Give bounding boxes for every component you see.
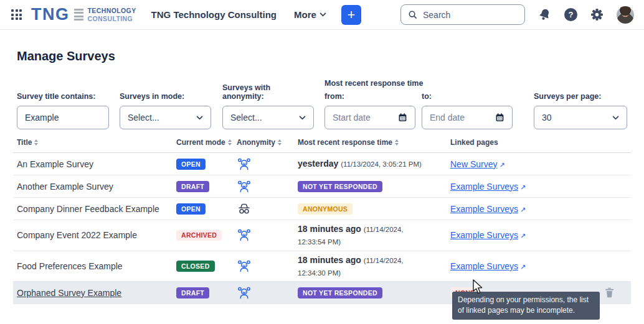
search-icon	[408, 10, 417, 19]
mode-badge: DRAFT	[176, 287, 209, 299]
survey-title[interactable]: Company Event 2022 Example	[17, 230, 176, 240]
sort-icon[interactable]	[228, 139, 232, 146]
response-time-cell: 18 minutes ago (11/14/2024, 12:34:30 PM)	[298, 251, 450, 282]
filter-per-page: Surveys per page: 30	[534, 92, 627, 129]
page-title: Manage Surveys	[17, 49, 627, 63]
group-icon	[237, 228, 252, 243]
chevron-down-icon	[612, 116, 619, 120]
external-link-icon: ↗	[520, 263, 526, 271]
chevron-down-icon	[299, 116, 306, 120]
linked-page-link[interactable]: New Survey	[450, 159, 497, 169]
start-date-field[interactable]	[324, 106, 415, 129]
nav-company-link[interactable]: TNG Technology Consulting	[151, 9, 277, 20]
external-link-icon: ↗	[520, 232, 526, 239]
from-label: from:	[324, 92, 415, 101]
col-response-time[interactable]: Most recent response time	[298, 138, 450, 147]
linked-pages-cell: Example Surveys↗	[450, 230, 605, 240]
response-time-cell: ANONYMOUS	[298, 203, 450, 215]
incognito-icon	[237, 201, 252, 216]
end-date-input[interactable]	[430, 113, 491, 123]
group-icon	[237, 179, 252, 194]
anonymity-select[interactable]: Select...	[222, 106, 314, 129]
linked-pages-cell: Example Surveys↗	[450, 204, 605, 214]
title-contains-input[interactable]	[25, 113, 101, 123]
filter-mode-label: Surveys in mode:	[120, 92, 211, 101]
delete-survey-button[interactable]	[605, 287, 614, 298]
linked-page-link[interactable]: Example Surveys	[450, 182, 518, 192]
linked-page-link[interactable]: Example Surveys	[450, 230, 518, 240]
mode-badge: CLOSED	[176, 261, 215, 272]
per-page-label: Surveys per page:	[534, 92, 627, 101]
table-row[interactable]: Company Event 2022 Example ARCHIVED 18 m…	[13, 220, 631, 251]
survey-title[interactable]: An Example Survey	[17, 159, 176, 169]
mode-badge: DRAFT	[176, 181, 209, 192]
survey-title[interactable]: Another Example Survey	[17, 182, 176, 192]
tng-logo[interactable]: TNG TECHNOLOGY CONSULTING	[31, 6, 136, 23]
add-button[interactable]: +	[341, 5, 361, 25]
filter-anonymity: Surveys with anonymity: Select...	[222, 83, 314, 129]
response-time-cell: NOT YET RESPONDED	[298, 287, 450, 299]
sort-icon[interactable]	[278, 139, 282, 146]
external-link-icon: ↗	[520, 183, 526, 191]
user-menu[interactable]	[617, 6, 634, 24]
survey-title[interactable]: Orphaned Survey Example	[17, 288, 176, 298]
mode-badge: ARCHIVED	[176, 230, 222, 241]
survey-title[interactable]: Company Dinner Feedback Example	[17, 204, 176, 214]
filter-title-label: Survey title contains:	[17, 92, 109, 101]
logo-tng-text: TNG	[31, 6, 70, 23]
response-time-cell: yesterday (11/13/2024, 3:05:21 PM)	[298, 155, 450, 172]
trash-icon	[605, 287, 614, 298]
notifications-button[interactable]	[538, 8, 551, 21]
nav-more-menu[interactable]: More	[294, 9, 326, 20]
start-date-input[interactable]	[333, 113, 394, 123]
linked-page-link[interactable]: Example Surveys	[450, 261, 518, 271]
calendar-icon[interactable]	[495, 112, 504, 123]
filter-title-contains: Survey title contains:	[17, 92, 109, 129]
filter-anonymity-label: Surveys with anonymity:	[222, 83, 314, 101]
table-row[interactable]: Another Example Survey DRAFT NOT YET RES…	[13, 175, 631, 198]
group-icon	[237, 157, 252, 172]
help-button[interactable]: ?	[564, 8, 577, 21]
col-current-mode[interactable]: Current mode	[176, 138, 237, 147]
main-content: Manage Surveys Survey title contains: Su…	[0, 49, 644, 304]
response-time-cell: NOT YET RESPONDED	[298, 181, 450, 192]
avatar	[617, 6, 634, 24]
linked-pages-cell: Example Surveys↗	[450, 182, 605, 192]
external-link-icon: ↗	[499, 161, 504, 169]
filter-from: from:	[324, 92, 415, 129]
table-row[interactable]: An Example Survey OPEN yesterday (11/13/…	[13, 153, 631, 175]
help-icon: ?	[564, 8, 577, 21]
table-row[interactable]: Food Preferences Example CLOSED 18 minut…	[13, 251, 631, 282]
apps-grid-icon[interactable]	[11, 9, 22, 20]
per-page-select[interactable]: 30	[534, 106, 627, 129]
gear-icon	[590, 8, 604, 21]
group-icon	[237, 259, 252, 274]
linked-page-link[interactable]: Example Surveys	[450, 204, 518, 214]
app-header: TNG TECHNOLOGY CONSULTING TNG Technology…	[0, 0, 644, 30]
search-box[interactable]	[400, 4, 525, 25]
filter-mode: Surveys in mode: Select...	[120, 92, 211, 129]
sort-icon[interactable]	[34, 139, 38, 146]
mode-badge: OPEN	[176, 203, 206, 215]
mode-select[interactable]: Select...	[120, 106, 211, 129]
end-date-field[interactable]	[422, 106, 513, 129]
search-input[interactable]	[423, 10, 510, 20]
sort-icon[interactable]	[395, 139, 399, 146]
bell-icon	[536, 6, 552, 22]
linked-pages-cell: New Survey↗	[450, 159, 605, 169]
external-link-icon: ↗	[520, 206, 526, 213]
survey-title[interactable]: Food Preferences Example	[17, 261, 176, 271]
table-row[interactable]: Company Dinner Feedback Example OPEN ANO…	[13, 198, 631, 220]
surveys-table: Title Current mode Anonymity Most recent…	[13, 138, 631, 304]
logo-bars-icon	[74, 9, 83, 21]
mode-badge: OPEN	[176, 159, 206, 170]
not-yet-responded-badge: NOT YET RESPONDED	[298, 287, 382, 299]
settings-button[interactable]	[590, 8, 604, 21]
filter-to: to:	[422, 92, 513, 129]
col-linked-pages: Linked pages	[450, 138, 605, 147]
col-anonymity[interactable]: Anonymity	[237, 138, 298, 147]
filter-bar: Survey title contains: Surveys in mode: …	[17, 79, 627, 129]
linked-pages-tooltip: Depending on your permissions, the list …	[452, 292, 600, 320]
calendar-icon[interactable]	[398, 112, 407, 123]
col-title[interactable]: Title	[17, 138, 176, 147]
